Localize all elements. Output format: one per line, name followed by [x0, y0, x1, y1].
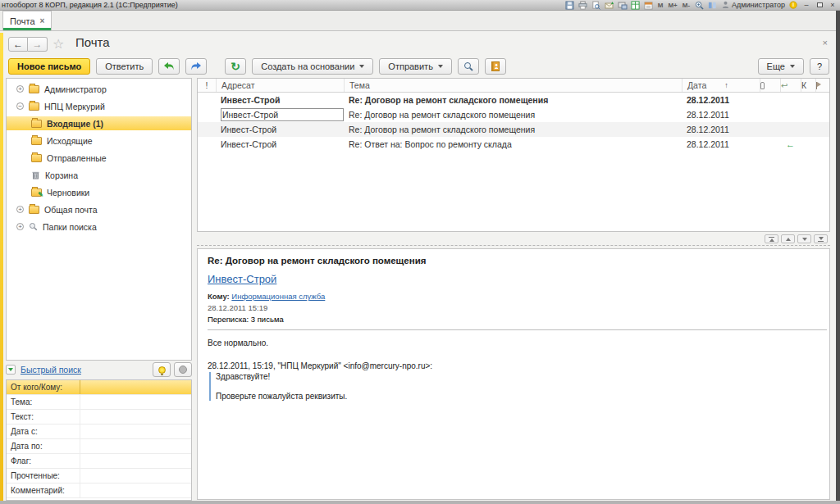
tree-item-inbox[interactable]: Входящие (1) — [7, 116, 191, 130]
restore-button[interactable] — [815, 1, 824, 9]
quick-search-apply-button[interactable] — [153, 362, 171, 377]
col-flag[interactable] — [815, 79, 831, 92]
quick-search-clear-button[interactable] — [174, 362, 192, 377]
qs-field-text[interactable]: Текст: — [7, 410, 191, 425]
expand-icon[interactable]: + — [16, 85, 24, 93]
more-button[interactable]: Еще — [758, 58, 804, 75]
print-icon[interactable] — [578, 1, 588, 10]
memory-mminus-button[interactable]: M- — [682, 2, 691, 9]
qs-field-subject[interactable]: Тема: — [7, 395, 191, 410]
create-based-on-button[interactable]: Создать на основании — [252, 58, 373, 75]
forward-mail-button[interactable] — [185, 58, 207, 75]
trash-icon — [31, 170, 40, 179]
tree-item-administrator[interactable]: + Администратор — [7, 82, 191, 96]
back-button[interactable]: ← — [8, 37, 28, 52]
tab-mail-label: Почта — [10, 16, 35, 26]
reply-all-button[interactable] — [158, 58, 180, 75]
mail-row-1[interactable]: Инвест-Строй Re: Договор на ремонт склад… — [198, 93, 829, 107]
help-button[interactable]: ? — [810, 58, 829, 75]
col-subject[interactable]: Тема — [344, 79, 682, 92]
preview-from-link[interactable]: Инвест-Строй — [208, 273, 276, 285]
form-close-icon[interactable]: × — [823, 38, 828, 48]
qs-field-date-from[interactable]: Дата с: — [7, 425, 191, 439]
arrow-up-icon — [786, 238, 791, 241]
quick-search-link[interactable]: Быстрый поиск — [21, 365, 81, 375]
drafts-folder-icon: ✎ — [31, 188, 42, 197]
mail-row-4[interactable]: Инвест-Строй Re: Ответ на: Вопрос по рем… — [198, 137, 829, 152]
mail-row-3[interactable]: Инвест-Строй Re: Договор на ремонт склад… — [198, 122, 829, 137]
preview-thread-link[interactable]: Переписка: 3 письма — [208, 315, 284, 324]
memory-mplus-button[interactable]: M+ — [667, 2, 678, 9]
memory-m-button[interactable]: M — [657, 2, 664, 9]
preview-to-label: Кому: — [208, 292, 230, 301]
col-addressee[interactable]: Адресат — [216, 79, 344, 92]
tree-item-trash[interactable]: Корзина — [7, 168, 191, 182]
send-button[interactable]: Отправить — [379, 58, 452, 75]
folder-icon — [29, 206, 39, 214]
window-right-border — [836, 11, 840, 504]
expand-icon[interactable]: + — [16, 223, 24, 230]
tree-item-search-folders[interactable]: + Папки поиска — [7, 220, 191, 234]
save-icon[interactable] — [565, 1, 575, 10]
favorite-star-icon[interactable]: ☆ — [52, 36, 64, 52]
mail-list-header: ! Адресат Тема Дата↑ ↩ К — [198, 79, 829, 93]
focused-cell[interactable]: Инвест-Строй — [221, 108, 344, 121]
folder-icon — [31, 137, 42, 145]
forward-button[interactable]: → — [28, 37, 48, 52]
tree-item-outbox[interactable]: Исходящие — [7, 134, 191, 148]
tree-item-shared-mail[interactable]: + Общая почта — [7, 202, 191, 216]
qs-field-read[interactable]: Прочтенные: — [7, 469, 191, 484]
quote-line2: Проверьте пожалуйста реквизиты. — [216, 392, 821, 401]
quick-search-collapse-button[interactable] — [6, 365, 16, 375]
mail-row-2[interactable]: Инвест-Строй Re: Договор на ремонт склад… — [198, 107, 829, 122]
search-folder-icon — [29, 222, 38, 231]
qs-field-from-to[interactable]: От кого/Кому: — [7, 380, 191, 395]
preview-divider — [208, 329, 827, 330]
reply-button[interactable]: Ответить — [96, 58, 153, 75]
mail-toolbar: Новое письмо Ответить ↻ Создать на основ… — [3, 56, 836, 77]
col-reply-status[interactable]: ↩ — [780, 79, 801, 92]
close-button[interactable]: × — [828, 1, 838, 9]
move-down-button[interactable] — [797, 234, 811, 243]
col-date[interactable]: Дата↑ — [682, 79, 760, 92]
collapse-to-top-button[interactable] — [765, 234, 778, 243]
search-button[interactable] — [458, 58, 479, 75]
forward-mail-icon — [190, 61, 202, 71]
qs-field-date-to[interactable]: Дата по: — [7, 439, 191, 454]
tab-close-icon[interactable]: × — [40, 16, 45, 25]
expand-icon[interactable]: + — [16, 206, 24, 213]
caret-down-icon — [359, 65, 364, 68]
col-importance[interactable]: ! — [198, 80, 216, 90]
form-header: ← → ☆ Почта × — [3, 31, 836, 56]
columns-icon[interactable] — [707, 1, 717, 10]
print-preview-icon[interactable] — [591, 1, 601, 10]
page-title: Почта — [75, 35, 110, 49]
window-left-accent — [0, 33, 3, 501]
tree-item-drafts[interactable]: ✎ Черновики — [7, 185, 191, 199]
mail-print-icon[interactable] — [618, 1, 628, 10]
tab-mail[interactable]: Почта × — [2, 11, 52, 30]
col-k[interactable]: К — [801, 79, 815, 92]
current-user[interactable]: Администратор — [720, 1, 785, 10]
expand-to-bottom-button[interactable] — [814, 234, 828, 243]
list-preview-divider[interactable] — [197, 245, 830, 246]
qs-field-comment[interactable]: Комментарий: — [7, 484, 191, 498]
minimize-button[interactable]: – — [801, 1, 811, 9]
qs-field-flag[interactable]: Флаг: — [7, 454, 191, 469]
reply-status-icon: ↩ — [781, 81, 788, 90]
address-book-button[interactable] — [485, 58, 506, 75]
new-mail-button[interactable]: Новое письмо — [8, 58, 90, 75]
calendar-icon[interactable] — [644, 1, 654, 10]
zoom-icon[interactable] — [694, 1, 704, 10]
refresh-button[interactable]: ↻ — [225, 58, 246, 75]
mail-receive-icon[interactable] — [605, 1, 614, 10]
col-attachment[interactable] — [760, 79, 780, 92]
tree-item-sent[interactable]: Отправленные — [7, 151, 191, 165]
preview-to-link[interactable]: Информационная служба — [231, 292, 325, 301]
tree-item-npc-mercury[interactable]: − НПЦ Меркурий — [7, 99, 191, 113]
collapse-icon[interactable]: − — [16, 102, 24, 110]
info-icon[interactable]: i — [788, 1, 798, 10]
move-up-button[interactable] — [781, 234, 795, 243]
calc-table-icon[interactable] — [631, 1, 641, 10]
mail-preview-pane: Re: Договор на ремонт складского помещен… — [197, 248, 830, 500]
